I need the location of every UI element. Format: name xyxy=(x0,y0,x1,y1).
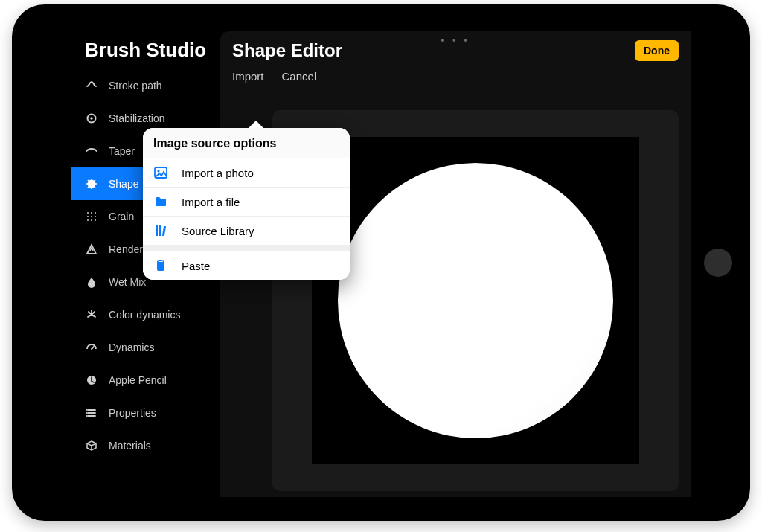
sidebar-item-label: Stroke path xyxy=(109,80,162,92)
shape-preview-circle xyxy=(338,163,613,438)
tablet-frame: Brush Studio Stroke pathStabilizationTap… xyxy=(12,4,750,521)
popover-item-label: Import a file xyxy=(182,196,240,208)
done-button[interactable]: Done xyxy=(635,40,679,61)
popover-item-import-a-file[interactable]: Import a file xyxy=(143,188,350,217)
photo-icon xyxy=(153,165,168,180)
editor-subactions: Import Cancel xyxy=(220,64,691,93)
wetmix-icon xyxy=(85,275,98,289)
cancel-action[interactable]: Cancel xyxy=(282,70,317,83)
sidebar-item-label: Taper xyxy=(109,145,135,157)
shape-icon xyxy=(85,177,98,190)
editor-title: Shape Editor xyxy=(232,40,342,61)
home-button[interactable] xyxy=(704,249,732,277)
import-action[interactable]: Import xyxy=(232,70,264,83)
sidebar-item-label: Apple Pencil xyxy=(109,374,167,386)
popover-title: Image source options xyxy=(143,128,350,158)
pencil-icon xyxy=(85,374,98,387)
colordyn-icon xyxy=(85,308,98,321)
dynamics-icon xyxy=(85,341,98,354)
sidebar-item-label: Grain xyxy=(109,211,134,222)
paste-icon xyxy=(153,258,168,273)
popover-item-import-a-photo[interactable]: Import a photo xyxy=(143,158,350,188)
popover-item-paste[interactable]: Paste xyxy=(143,246,350,280)
sidebar-item-label: Stabilization xyxy=(109,112,165,124)
sidebar-item-label: Dynamics xyxy=(109,342,154,353)
drag-handle-icon[interactable]: • • • xyxy=(441,36,470,46)
popover-item-source-library[interactable]: Source Library xyxy=(143,217,350,246)
library-icon xyxy=(153,223,168,238)
app-screen: Brush Studio Stroke pathStabilizationTap… xyxy=(71,28,691,497)
sidebar-item-label: Properties xyxy=(109,407,156,419)
popover-item-label: Source Library xyxy=(182,225,254,237)
sidebar-item-label: Wet Mix xyxy=(109,276,146,288)
materials-icon xyxy=(85,439,98,452)
sidebar-item-label: Shape xyxy=(109,178,138,190)
render-icon xyxy=(85,243,98,256)
popover-item-label: Import a photo xyxy=(182,167,254,179)
grain-icon xyxy=(85,210,98,223)
sidebar-item-label: Materials xyxy=(109,440,151,452)
taper-icon xyxy=(85,144,98,158)
popover-item-label: Paste xyxy=(182,260,210,272)
shape-canvas[interactable] xyxy=(312,137,639,464)
properties-icon xyxy=(85,406,98,420)
image-source-popover: Image source options Import a photoImpor… xyxy=(143,128,350,280)
stabilize-icon xyxy=(85,112,98,125)
folder-icon xyxy=(153,194,168,209)
strokepath-icon xyxy=(85,79,98,92)
sidebar-item-label: Color dynamics xyxy=(109,309,180,321)
